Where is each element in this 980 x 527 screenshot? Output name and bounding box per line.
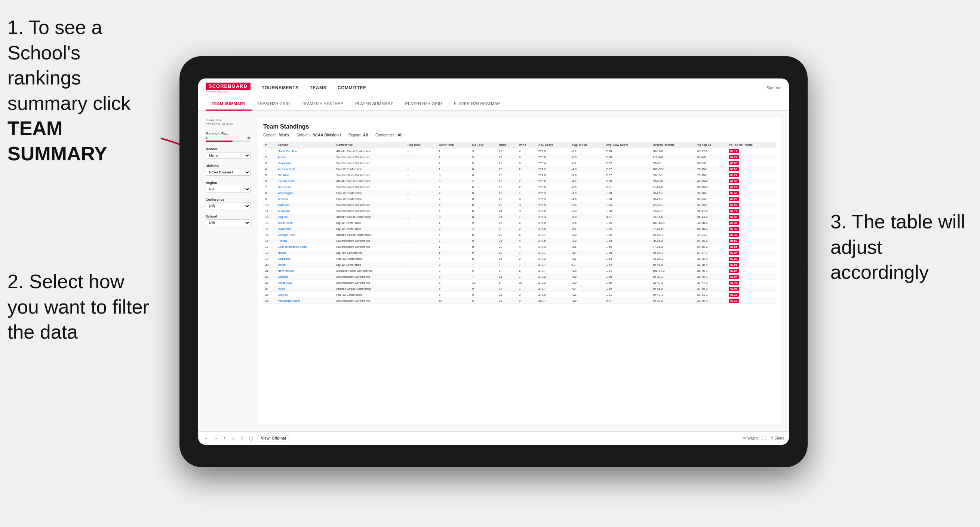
cell-school[interactable]: Oklahoma: [276, 226, 335, 232]
standings-table: # School Conference Reg Rank Conf Rank N…: [263, 142, 776, 304]
cell-cr: 1: [437, 148, 470, 154]
tab-team-summary[interactable]: TEAM SUMMARY: [206, 97, 251, 111]
table-title: Team Standings: [263, 123, 776, 130]
cell-school[interactable]: Florida State: [276, 178, 335, 184]
sign-out-link[interactable]: Sign out: [767, 86, 781, 90]
share-btn[interactable]: ⇪ Share: [771, 436, 784, 440]
table-filter-bar: Gender: Men's Division: NCAA Division I …: [263, 133, 776, 137]
score-badge: 80.13: [729, 298, 739, 303]
toolbar-forward[interactable]: →: [212, 435, 219, 441]
view-original-btn[interactable]: View: Original: [258, 435, 290, 441]
rank-slider[interactable]: [206, 141, 250, 142]
score-badge: 80.34: [729, 221, 739, 225]
cell-school[interactable]: Tennessee: [276, 184, 335, 190]
cell-school[interactable]: Illinois: [276, 250, 335, 256]
toolbar-home[interactable]: ⌂: [231, 435, 236, 441]
cell-school[interactable]: Florida: [276, 238, 335, 244]
tab-player-h2h-heatmap[interactable]: PLAYER H2H HEATMAP: [448, 97, 506, 111]
cell-rnd: 29: [497, 232, 517, 238]
table-row: 7 Tennessee Southeastern Conference - 4 …: [263, 184, 776, 190]
cell-nt: 5: [470, 160, 497, 166]
nav-committee[interactable]: COMMITTEE: [337, 85, 366, 90]
tab-player-h2h-grid[interactable]: PLAYER H2H GRID: [399, 97, 448, 111]
cell-school[interactable]: California: [276, 256, 335, 262]
cell-rnd: 8: [497, 268, 517, 274]
conference-select[interactable]: (All): [206, 203, 250, 209]
cell-avglow: 1.44: [604, 262, 651, 268]
table-row: 19 California Pac-12 Conference - 4 8 24…: [263, 256, 776, 262]
division-label: Division: [206, 164, 250, 168]
cell-cr: 3: [437, 172, 470, 178]
cell-cr: 10: [437, 298, 470, 304]
min-rank-filter: Minimum Ro... 4 30: [206, 132, 250, 142]
cell-school[interactable]: North Carolina: [276, 148, 335, 154]
toolbar-clock[interactable]: ◯: [248, 435, 255, 441]
cell-rr: -: [406, 166, 437, 172]
cell-adj: 278.7: [536, 262, 570, 268]
cell-score: 80.47: [727, 226, 776, 232]
cell-school[interactable]: Mississippi State: [276, 298, 335, 304]
cell-school[interactable]: Texas Tech: [276, 220, 335, 226]
cell-rank: 17: [263, 244, 276, 250]
cell-school[interactable]: Alabama: [276, 202, 335, 208]
cell-school[interactable]: Ole Miss: [276, 172, 335, 178]
cell-conf: Pac-12 Conference: [334, 196, 406, 202]
cell-overall: 97-21-5: [651, 226, 695, 232]
cell-overall: 61-21-0: [651, 184, 695, 190]
cell-school[interactable]: Auburn: [276, 154, 335, 160]
toolbar-share2[interactable]: □: [239, 435, 245, 441]
cell-rank: 12: [263, 214, 276, 220]
cell-overall: 59-39-1: [651, 274, 695, 280]
cell-school[interactable]: Vanderbilt: [276, 160, 335, 166]
cell-wins: 1: [517, 286, 536, 292]
tab-team-h2h-grid[interactable]: TEAM H2H GRID: [251, 97, 296, 111]
cell-school[interactable]: Arizona State: [276, 166, 335, 172]
nav-tournaments[interactable]: TOURNAMENTS: [262, 85, 299, 90]
toolbar-refresh[interactable]: ↻: [222, 435, 228, 441]
score-badge: 85.02: [729, 239, 739, 243]
cell-school[interactable]: Duke: [276, 286, 335, 292]
cell-rank: 16: [263, 238, 276, 244]
cell-overall: 59-41-2: [651, 262, 695, 268]
cell-score: 80.95: [727, 262, 776, 268]
cell-avglow: 2.20: [604, 178, 651, 184]
cell-school[interactable]: Texas: [276, 262, 335, 268]
cell-avglow: 2.11: [604, 184, 651, 190]
table-header-row: # School Conference Reg Rank Conf Rank N…: [263, 142, 776, 148]
gender-select[interactable]: Men's: [206, 152, 250, 159]
cell-wins: 2: [517, 166, 536, 172]
cell-overall: 86-25-1: [651, 196, 695, 202]
cell-school[interactable]: Arizona: [276, 196, 335, 202]
table-row: 5 Ole Miss Southeastern Conference - 3 6…: [263, 172, 776, 178]
cell-rr: -: [406, 178, 437, 184]
cell-rank: 14: [263, 226, 276, 232]
cell-school[interactable]: Georgia: [276, 274, 335, 280]
region-select[interactable]: N/A: [206, 186, 250, 192]
tab-team-h2h-heatmap[interactable]: TEAM H2H HEATMAP: [296, 97, 349, 111]
cell-adj: 276.5: [536, 226, 570, 232]
watch-btn[interactable]: 👁 Watch: [743, 436, 758, 440]
cell-cr: 1: [437, 154, 470, 160]
cell-school[interactable]: Texas A&M: [276, 280, 335, 286]
cell-vt25: 35-14-0: [695, 214, 727, 220]
cell-rank: 11: [263, 208, 276, 214]
cell-wins: 6: [517, 268, 536, 274]
cell-school[interactable]: Georgia Tech: [276, 232, 335, 238]
cell-school[interactable]: New Mexico: [276, 268, 335, 274]
tab-player-summary[interactable]: PLAYER SUMMARY: [349, 97, 399, 111]
cell-nt: 6: [470, 268, 497, 274]
school-select[interactable]: (All): [206, 219, 250, 226]
cell-school[interactable]: East Tennessee State: [276, 244, 335, 250]
toolbar-back[interactable]: ←: [203, 435, 209, 441]
cell-school[interactable]: Virginia: [276, 214, 335, 220]
cell-school[interactable]: Oregon: [276, 292, 335, 298]
cell-rank: 18: [263, 250, 276, 256]
cell-school[interactable]: Washington: [276, 190, 335, 196]
cell-score: 80.23: [727, 196, 776, 202]
nav-teams[interactable]: TEAMS: [310, 85, 327, 90]
division-select[interactable]: NCAA Division I: [206, 169, 250, 176]
cell-wins: 1: [517, 250, 536, 256]
cell-adj: 278.2: [536, 256, 570, 262]
toolbar-expand[interactable]: ⛶: [762, 436, 766, 440]
cell-school[interactable]: Arkansas: [276, 208, 335, 214]
